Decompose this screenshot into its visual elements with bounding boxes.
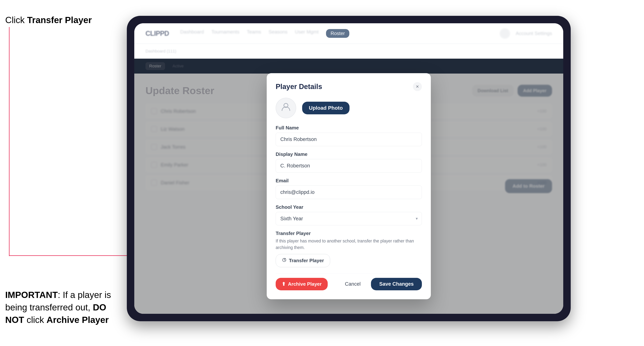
email-input[interactable] xyxy=(276,185,422,199)
modal-footer: ⬆ Archive Player Cancel Save Changes xyxy=(276,273,422,290)
player-details-modal: Player Details × xyxy=(267,73,431,299)
avatar-circle xyxy=(276,98,296,118)
bottom-instruction: IMPORTANT: If a player is being transfer… xyxy=(5,289,121,326)
modal-close-button[interactable]: × xyxy=(413,82,422,91)
header-account-text: Account Settings xyxy=(516,30,552,36)
archive-btn-label: Archive Player xyxy=(288,281,322,287)
transfer-icon xyxy=(282,258,287,264)
avatar xyxy=(500,28,510,39)
nav-item-roster[interactable]: Roster xyxy=(326,29,349,38)
modal-header: Player Details × xyxy=(276,82,422,91)
transfer-section: Transfer Player If this player has moved… xyxy=(276,231,422,267)
transfer-player-btn-label: Transfer Player xyxy=(289,258,324,264)
avatar-row: Upload Photo xyxy=(276,98,422,118)
app-header: CLIPPD Dashboard Tournaments Teams Seaso… xyxy=(134,23,563,44)
archive-icon: ⬆ xyxy=(282,281,286,287)
transfer-player-button[interactable]: Transfer Player xyxy=(276,254,330,267)
school-year-select[interactable]: First Year Second Year Third Year Fourth… xyxy=(276,212,422,225)
upload-photo-button[interactable]: Upload Photo xyxy=(302,102,350,114)
user-icon xyxy=(281,102,291,114)
arrow-vertical-line xyxy=(9,27,10,256)
display-name-group: Display Name xyxy=(276,151,422,173)
transfer-section-label: Transfer Player xyxy=(276,231,422,236)
nav-item-teams[interactable]: Teams xyxy=(247,29,261,38)
nav-items: Dashboard Tournaments Teams Seasons User… xyxy=(180,29,488,38)
school-year-group: School Year First Year Second Year Third… xyxy=(276,204,422,225)
save-changes-button[interactable]: Save Changes xyxy=(371,278,422,290)
nav-item-dashboard[interactable]: Dashboard xyxy=(180,29,204,38)
school-year-select-wrapper: First Year Second Year Third Year Fourth… xyxy=(276,212,422,225)
cancel-button[interactable]: Cancel xyxy=(338,278,368,290)
click-instruction: Click Transfer Player xyxy=(5,15,92,25)
nav-item-seasons[interactable]: Seasons xyxy=(268,29,288,38)
instruction-bold: Transfer Player xyxy=(27,15,92,25)
nav-item-tournaments[interactable]: Tournaments xyxy=(211,29,239,38)
content-area: Roster Active Update Roster Chris Robert… xyxy=(134,59,563,314)
email-label: Email xyxy=(276,178,422,184)
tablet: CLIPPD Dashboard Tournaments Teams Seaso… xyxy=(127,16,571,321)
email-group: Email xyxy=(276,178,422,199)
modal-overlay: Player Details × xyxy=(134,59,563,314)
full-name-label: Full Name xyxy=(276,125,422,131)
modal-title: Player Details xyxy=(276,83,322,91)
header-right: Account Settings xyxy=(500,28,552,39)
display-name-label: Display Name xyxy=(276,151,422,157)
sub-header: Dashboard (111) xyxy=(134,44,563,59)
app-logo: CLIPPD xyxy=(146,30,169,37)
tablet-screen: CLIPPD Dashboard Tournaments Teams Seaso… xyxy=(134,23,563,314)
footer-right: Cancel Save Changes xyxy=(338,278,422,290)
nav-item-user-mgmt[interactable]: User Mgmt xyxy=(295,29,318,38)
transfer-description: If this player has moved to another scho… xyxy=(276,238,422,251)
full-name-group: Full Name xyxy=(276,125,422,146)
archive-player-button[interactable]: ⬆ Archive Player xyxy=(276,278,328,290)
school-year-label: School Year xyxy=(276,204,422,210)
full-name-input[interactable] xyxy=(276,133,422,146)
display-name-input[interactable] xyxy=(276,159,422,173)
breadcrumb: Dashboard (111) xyxy=(146,49,176,54)
